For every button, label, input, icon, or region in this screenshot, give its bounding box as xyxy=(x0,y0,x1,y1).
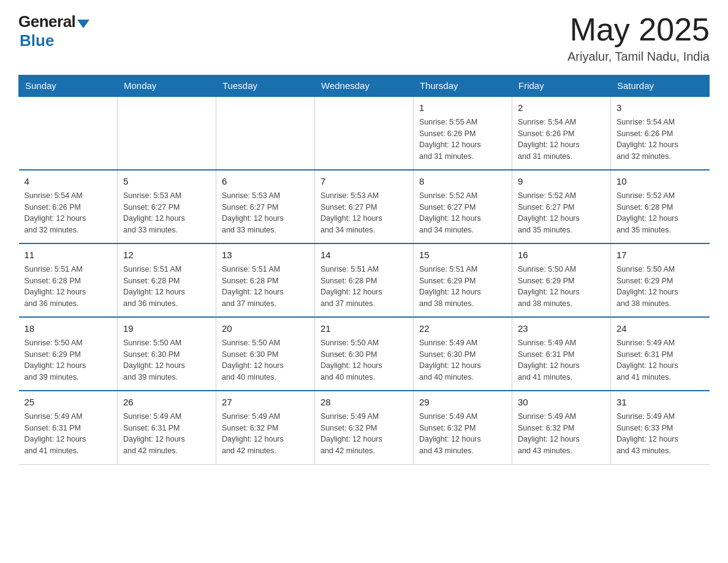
title-section: May 2025 Ariyalur, Tamil Nadu, India xyxy=(567,12,710,64)
day-number: 25 xyxy=(25,396,112,409)
day-number: 10 xyxy=(616,175,704,188)
day-number: 15 xyxy=(419,248,506,262)
day-cell: 13Sunrise: 5:51 AMSunset: 6:28 PMDayligh… xyxy=(216,243,315,317)
day-cell: 10Sunrise: 5:52 AMSunset: 6:28 PMDayligh… xyxy=(611,170,710,243)
day-cell: 30Sunrise: 5:49 AMSunset: 6:32 PMDayligh… xyxy=(512,391,611,464)
day-cell xyxy=(315,96,414,170)
day-cell: 25Sunrise: 5:49 AMSunset: 6:31 PMDayligh… xyxy=(19,391,118,464)
day-info: Sunrise: 5:53 AMSunset: 6:27 PMDaylight:… xyxy=(222,190,309,236)
day-info: Sunrise: 5:52 AMSunset: 6:27 PMDaylight:… xyxy=(518,190,605,236)
day-number: 30 xyxy=(518,396,605,409)
day-number: 19 xyxy=(123,322,210,335)
day-number: 20 xyxy=(222,322,309,335)
day-cell: 20Sunrise: 5:50 AMSunset: 6:30 PMDayligh… xyxy=(216,317,315,391)
col-header-tuesday: Tuesday xyxy=(216,75,315,97)
day-number: 17 xyxy=(616,248,704,262)
day-number: 16 xyxy=(518,248,605,262)
day-info: Sunrise: 5:51 AMSunset: 6:28 PMDaylight:… xyxy=(25,264,112,310)
day-cell: 1Sunrise: 5:55 AMSunset: 6:26 PMDaylight… xyxy=(414,96,512,170)
day-number: 9 xyxy=(518,175,605,188)
day-cell: 11Sunrise: 5:51 AMSunset: 6:28 PMDayligh… xyxy=(19,243,118,317)
day-info: Sunrise: 5:51 AMSunset: 6:28 PMDaylight:… xyxy=(123,264,210,310)
day-number: 13 xyxy=(222,248,309,262)
day-number: 3 xyxy=(616,101,704,115)
day-cell: 27Sunrise: 5:49 AMSunset: 6:32 PMDayligh… xyxy=(216,391,315,464)
day-cell: 22Sunrise: 5:49 AMSunset: 6:30 PMDayligh… xyxy=(414,317,512,391)
day-number: 12 xyxy=(123,248,210,262)
day-info: Sunrise: 5:49 AMSunset: 6:30 PMDaylight:… xyxy=(419,337,506,383)
day-cell: 15Sunrise: 5:51 AMSunset: 6:29 PMDayligh… xyxy=(414,243,512,317)
day-cell: 29Sunrise: 5:49 AMSunset: 6:32 PMDayligh… xyxy=(414,391,512,464)
day-number: 18 xyxy=(25,322,112,335)
day-cell: 31Sunrise: 5:49 AMSunset: 6:33 PMDayligh… xyxy=(611,391,710,464)
week-row-2: 4Sunrise: 5:54 AMSunset: 6:26 PMDaylight… xyxy=(19,170,710,243)
day-info: Sunrise: 5:49 AMSunset: 6:31 PMDaylight:… xyxy=(25,411,112,457)
day-cell: 7Sunrise: 5:53 AMSunset: 6:27 PMDaylight… xyxy=(315,170,414,243)
day-info: Sunrise: 5:51 AMSunset: 6:28 PMDaylight:… xyxy=(320,264,408,310)
day-info: Sunrise: 5:49 AMSunset: 6:31 PMDaylight:… xyxy=(616,337,704,383)
day-info: Sunrise: 5:49 AMSunset: 6:32 PMDaylight:… xyxy=(419,411,506,457)
day-number: 29 xyxy=(419,396,506,409)
col-header-friday: Friday xyxy=(512,75,611,97)
day-cell: 26Sunrise: 5:49 AMSunset: 6:31 PMDayligh… xyxy=(118,391,216,464)
day-cell: 24Sunrise: 5:49 AMSunset: 6:31 PMDayligh… xyxy=(611,317,710,391)
day-info: Sunrise: 5:50 AMSunset: 6:29 PMDaylight:… xyxy=(25,337,112,383)
day-number: 27 xyxy=(222,396,309,409)
day-cell: 17Sunrise: 5:50 AMSunset: 6:29 PMDayligh… xyxy=(611,243,710,317)
day-cell: 3Sunrise: 5:54 AMSunset: 6:26 PMDaylight… xyxy=(611,96,710,170)
day-number: 1 xyxy=(419,101,506,115)
day-number: 24 xyxy=(616,322,704,335)
day-number: 26 xyxy=(123,396,210,409)
day-number: 22 xyxy=(419,322,506,335)
day-number: 5 xyxy=(123,175,210,188)
col-header-sunday: Sunday xyxy=(19,75,118,97)
day-info: Sunrise: 5:51 AMSunset: 6:29 PMDaylight:… xyxy=(419,264,506,310)
day-info: Sunrise: 5:52 AMSunset: 6:27 PMDaylight:… xyxy=(419,190,506,236)
day-info: Sunrise: 5:50 AMSunset: 6:30 PMDaylight:… xyxy=(123,337,210,383)
day-cell: 2Sunrise: 5:54 AMSunset: 6:26 PMDaylight… xyxy=(512,96,611,170)
logo: General Blue xyxy=(18,12,89,50)
day-info: Sunrise: 5:55 AMSunset: 6:26 PMDaylight:… xyxy=(419,117,506,163)
day-cell: 12Sunrise: 5:51 AMSunset: 6:28 PMDayligh… xyxy=(118,243,216,317)
day-number: 4 xyxy=(25,175,112,188)
day-info: Sunrise: 5:49 AMSunset: 6:31 PMDaylight:… xyxy=(518,337,605,383)
header-row: SundayMondayTuesdayWednesdayThursdayFrid… xyxy=(19,75,710,97)
week-row-5: 25Sunrise: 5:49 AMSunset: 6:31 PMDayligh… xyxy=(19,391,710,464)
day-info: Sunrise: 5:49 AMSunset: 6:32 PMDaylight:… xyxy=(518,411,605,457)
day-number: 28 xyxy=(320,396,408,409)
day-info: Sunrise: 5:49 AMSunset: 6:32 PMDaylight:… xyxy=(320,411,408,457)
col-header-monday: Monday xyxy=(118,75,216,97)
day-info: Sunrise: 5:51 AMSunset: 6:28 PMDaylight:… xyxy=(222,264,309,310)
day-number: 23 xyxy=(518,322,605,335)
day-info: Sunrise: 5:54 AMSunset: 6:26 PMDaylight:… xyxy=(616,117,704,163)
day-info: Sunrise: 5:49 AMSunset: 6:31 PMDaylight:… xyxy=(123,411,210,457)
week-row-4: 18Sunrise: 5:50 AMSunset: 6:29 PMDayligh… xyxy=(19,317,710,391)
calendar-table: SundayMondayTuesdayWednesdayThursdayFrid… xyxy=(18,75,710,465)
day-number: 14 xyxy=(320,248,408,262)
day-number: 8 xyxy=(419,175,506,188)
day-cell xyxy=(19,96,118,170)
day-info: Sunrise: 5:54 AMSunset: 6:26 PMDaylight:… xyxy=(25,190,112,236)
day-info: Sunrise: 5:52 AMSunset: 6:28 PMDaylight:… xyxy=(616,190,704,236)
location-title: Ariyalur, Tamil Nadu, India xyxy=(567,50,710,64)
logo-blue-text: Blue xyxy=(20,31,54,50)
day-cell: 6Sunrise: 5:53 AMSunset: 6:27 PMDaylight… xyxy=(216,170,315,243)
day-cell: 4Sunrise: 5:54 AMSunset: 6:26 PMDaylight… xyxy=(19,170,118,243)
day-info: Sunrise: 5:53 AMSunset: 6:27 PMDaylight:… xyxy=(123,190,210,236)
day-info: Sunrise: 5:53 AMSunset: 6:27 PMDaylight:… xyxy=(320,190,408,236)
month-title: May 2025 xyxy=(567,12,710,47)
week-row-3: 11Sunrise: 5:51 AMSunset: 6:28 PMDayligh… xyxy=(19,243,710,317)
day-cell xyxy=(118,96,216,170)
col-header-thursday: Thursday xyxy=(414,75,512,97)
day-info: Sunrise: 5:50 AMSunset: 6:29 PMDaylight:… xyxy=(518,264,605,310)
day-number: 21 xyxy=(320,322,408,335)
day-cell: 14Sunrise: 5:51 AMSunset: 6:28 PMDayligh… xyxy=(315,243,414,317)
day-number: 31 xyxy=(616,396,704,409)
week-row-1: 1Sunrise: 5:55 AMSunset: 6:26 PMDaylight… xyxy=(19,96,710,170)
day-cell: 28Sunrise: 5:49 AMSunset: 6:32 PMDayligh… xyxy=(315,391,414,464)
col-header-wednesday: Wednesday xyxy=(315,75,414,97)
day-info: Sunrise: 5:50 AMSunset: 6:30 PMDaylight:… xyxy=(320,337,408,383)
day-info: Sunrise: 5:49 AMSunset: 6:32 PMDaylight:… xyxy=(222,411,309,457)
calendar-header: SundayMondayTuesdayWednesdayThursdayFrid… xyxy=(19,75,710,97)
logo-arrow-icon xyxy=(77,20,89,28)
